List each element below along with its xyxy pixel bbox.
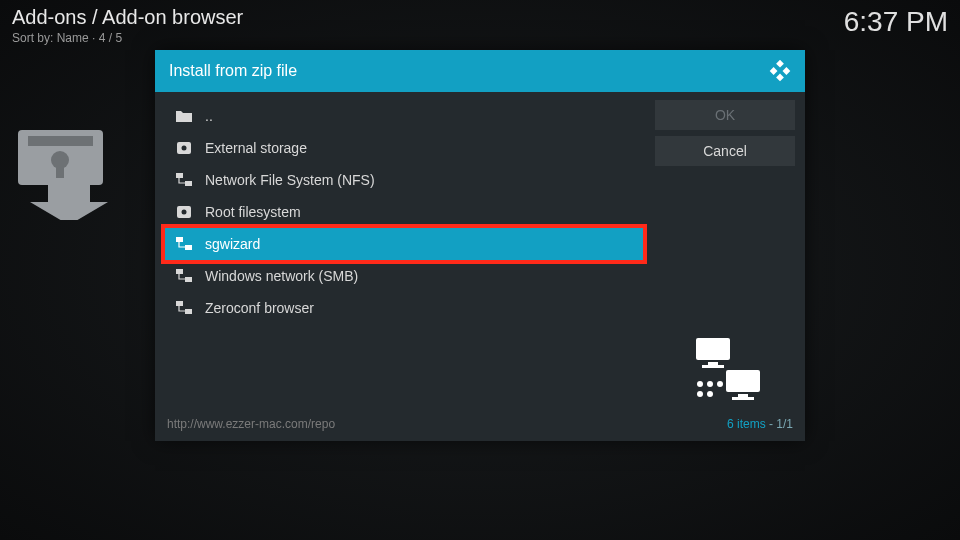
ok-button[interactable]: OK (655, 100, 795, 130)
footer-path: http://www.ezzer-mac.com/repo (167, 417, 335, 431)
file-item-label: External storage (205, 140, 307, 156)
file-item-label: Zeroconf browser (205, 300, 314, 316)
svg-rect-24 (738, 394, 748, 397)
svg-rect-10 (176, 173, 183, 178)
disk-icon (175, 204, 193, 220)
svg-point-29 (697, 391, 703, 397)
kodi-logo-icon (769, 60, 791, 82)
network-icon (175, 268, 193, 284)
svg-rect-5 (770, 67, 778, 75)
svg-point-28 (717, 381, 723, 387)
svg-point-9 (182, 146, 187, 151)
dialog-titlebar: Install from zip file (155, 50, 805, 92)
folder-up-icon (175, 108, 193, 124)
highlight-annotation: sgwizard (161, 224, 647, 264)
svg-rect-20 (696, 338, 730, 360)
file-item-label: .. (205, 108, 213, 124)
file-item-network-file-system-nfs-[interactable]: Network File System (NFS) (165, 164, 643, 196)
item-count: 6 items (727, 417, 766, 431)
svg-rect-1 (28, 136, 93, 146)
page-indicator: 1/1 (776, 417, 793, 431)
file-item-zeroconf-browser[interactable]: Zeroconf browser (165, 292, 643, 324)
svg-point-26 (697, 381, 703, 387)
network-icon (175, 300, 193, 316)
file-item-label: Network File System (NFS) (205, 172, 375, 188)
file-item-windows-network-smb-[interactable]: Windows network (SMB) (165, 260, 643, 292)
dialog-title-text: Install from zip file (169, 62, 297, 80)
svg-rect-19 (185, 309, 192, 314)
svg-rect-3 (56, 160, 64, 178)
network-icon (175, 172, 193, 188)
network-preview-icon (678, 332, 773, 407)
zip-file-icon (18, 130, 128, 220)
install-zip-dialog: Install from zip file ..External storage… (155, 50, 805, 441)
file-item-label: sgwizard (205, 236, 260, 252)
svg-point-30 (707, 391, 713, 397)
svg-rect-7 (776, 74, 784, 82)
sort-label: Sort by: Name (12, 31, 89, 45)
clock: 6:37 PM (844, 6, 948, 38)
svg-rect-6 (783, 67, 791, 75)
svg-rect-21 (708, 362, 718, 365)
file-item-label: Windows network (SMB) (205, 268, 358, 284)
svg-rect-25 (732, 397, 754, 400)
sort-line: Sort by: Name · 4 / 5 (12, 31, 243, 45)
svg-rect-14 (176, 237, 183, 242)
svg-rect-23 (726, 370, 760, 392)
sort-separator: · (92, 31, 99, 45)
svg-rect-15 (185, 245, 192, 250)
disk-icon (175, 140, 193, 156)
file-item-label: Root filesystem (205, 204, 301, 220)
svg-rect-4 (776, 60, 784, 68)
svg-rect-17 (185, 277, 192, 282)
cancel-button[interactable]: Cancel (655, 136, 795, 166)
svg-rect-22 (702, 365, 724, 368)
svg-point-13 (182, 210, 187, 215)
network-icon (175, 236, 193, 252)
breadcrumb: Add-ons / Add-on browser (12, 6, 243, 29)
svg-rect-18 (176, 301, 183, 306)
svg-rect-16 (176, 269, 183, 274)
file-list: ..External storageNetwork File System (N… (165, 100, 643, 407)
file-item-sgwizard[interactable]: sgwizard (165, 228, 643, 260)
file-item-external-storage[interactable]: External storage (165, 132, 643, 164)
svg-point-27 (707, 381, 713, 387)
svg-rect-11 (185, 181, 192, 186)
file-item--[interactable]: .. (165, 100, 643, 132)
list-position: 4 / 5 (99, 31, 122, 45)
footer-count: 6 items - 1/1 (727, 417, 793, 431)
